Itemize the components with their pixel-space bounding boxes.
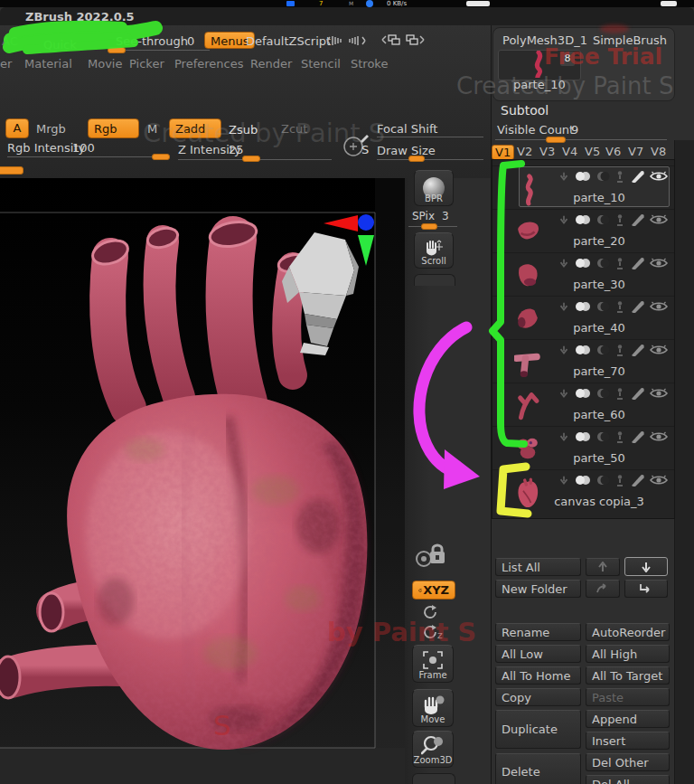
- subtool-tab-v3[interactable]: V3: [539, 145, 555, 158]
- figure-icon[interactable]: [614, 387, 626, 400]
- figure-icon[interactable]: [614, 257, 626, 269]
- subtool-tab-v1[interactable]: V1: [492, 145, 514, 160]
- all-low-button[interactable]: All Low: [495, 645, 581, 663]
- fold-arrow-icon[interactable]: [558, 430, 570, 443]
- subtool-row[interactable]: parte_70: [492, 339, 674, 383]
- fold-arrow-icon[interactable]: [558, 213, 570, 226]
- subtool-name[interactable]: parte_40: [529, 321, 670, 335]
- menu-item-er[interactable]: er: [0, 57, 12, 71]
- subtool-row[interactable]: canvas copia_3: [492, 469, 674, 514]
- figure-icon[interactable]: [614, 170, 626, 183]
- subtool-tab-v4[interactable]: V4: [562, 145, 577, 158]
- quicksave-label[interactable]: Quick: [43, 38, 77, 52]
- figure-icon[interactable]: [614, 430, 626, 443]
- z-rotate-icon[interactable]: [421, 624, 439, 640]
- subtool-name[interactable]: parte_30: [529, 278, 670, 291]
- eye-icon[interactable]: [650, 430, 668, 443]
- brush-name[interactable]: SimpleBrush: [593, 33, 667, 47]
- figure-icon[interactable]: [614, 300, 626, 313]
- rgb-intensity-slider-handle[interactable]: [152, 154, 170, 160]
- see-through-label[interactable]: See-through: [116, 34, 188, 48]
- menu-item-render[interactable]: Render: [250, 57, 292, 71]
- move-button[interactable]: Move: [412, 689, 454, 727]
- subtool-tab-v7[interactable]: V7: [628, 145, 643, 158]
- subtool-name[interactable]: parte_50: [529, 451, 670, 465]
- eye-icon[interactable]: [650, 474, 668, 486]
- del-all-button[interactable]: Del All: [586, 775, 670, 784]
- mrgb-button[interactable]: Mrgb: [36, 122, 66, 136]
- duplicate-button[interactable]: Duplicate: [495, 710, 581, 749]
- move-to-folder-button[interactable]: [586, 580, 620, 598]
- subtool-name[interactable]: parte_20: [529, 234, 670, 248]
- brush-icon[interactable]: [631, 170, 645, 183]
- shelf-button-sliver[interactable]: [414, 274, 455, 286]
- bpr-button[interactable]: BPR: [414, 170, 454, 206]
- frame-button[interactable]: Frame: [412, 645, 454, 683]
- copy-button[interactable]: Copy: [495, 688, 581, 706]
- crescent-icon[interactable]: [596, 474, 610, 486]
- subtool-tab-v5[interactable]: V5: [585, 145, 600, 158]
- m-button[interactable]: M: [147, 122, 157, 136]
- subtool-name[interactable]: parte_70: [529, 364, 670, 378]
- visible-count-slider[interactable]: [495, 139, 667, 140]
- all-to-target-button[interactable]: All To Target: [586, 666, 670, 685]
- exit-folder-button[interactable]: [624, 580, 668, 598]
- eye-icon[interactable]: [650, 213, 668, 226]
- see-through-slider-handle[interactable]: [108, 47, 126, 53]
- crescent-icon[interactable]: [596, 170, 610, 183]
- xyz-rotate-button[interactable]: XYZ: [412, 581, 455, 600]
- draw-size-slider[interactable]: [377, 159, 483, 160]
- layout-switch-icon[interactable]: [380, 32, 427, 48]
- see-through-slider[interactable]: [116, 50, 210, 51]
- move-down-button[interactable]: [624, 557, 668, 576]
- fold-arrow-icon[interactable]: [558, 387, 570, 400]
- figure-icon[interactable]: [614, 474, 626, 486]
- subtool-tab-v2[interactable]: V2: [517, 145, 532, 158]
- zoom3d-button[interactable]: Zoom3D: [412, 731, 454, 768]
- menu-item-stroke[interactable]: Stroke: [351, 57, 388, 71]
- crescent-icon[interactable]: [596, 257, 610, 269]
- menu-item-picker[interactable]: Picker: [129, 57, 164, 71]
- subtool-title[interactable]: Subtool: [501, 103, 549, 118]
- zcut-button[interactable]: Zcut: [281, 122, 307, 136]
- z-intensity-slider-handle[interactable]: [242, 156, 260, 162]
- polypaint-circles-icon[interactable]: [575, 300, 591, 313]
- all-to-home-button[interactable]: All To Home: [495, 666, 581, 685]
- subtool-row[interactable]: parte_30: [492, 252, 674, 297]
- fold-arrow-icon[interactable]: [558, 257, 570, 269]
- subtool-row[interactable]: parte_10: [492, 165, 674, 210]
- figure-icon[interactable]: [614, 344, 626, 356]
- subtool-row[interactable]: parte_20: [492, 209, 674, 253]
- scroll-button[interactable]: Scroll: [414, 232, 454, 269]
- eye-icon[interactable]: [650, 257, 668, 269]
- visible-count-slider-handle[interactable]: [546, 137, 566, 143]
- autoreorder-button[interactable]: AutoReorder: [586, 623, 670, 641]
- shelf-bottom-sliver[interactable]: [412, 773, 455, 784]
- canvas-viewport[interactable]: [0, 178, 405, 784]
- del-other-button[interactable]: Del Other: [586, 753, 670, 771]
- polypaint-circles-icon[interactable]: [575, 474, 591, 486]
- subtool-name[interactable]: parte_10: [529, 191, 670, 204]
- eye-icon[interactable]: [650, 170, 668, 183]
- crescent-icon[interactable]: [596, 344, 610, 356]
- polypaint-circles-icon[interactable]: [575, 430, 591, 443]
- fold-arrow-icon[interactable]: [558, 170, 570, 183]
- zscript-scrubber-icon[interactable]: [325, 33, 369, 48]
- camera-lock-icon[interactable]: [414, 541, 450, 571]
- polypaint-circles-icon[interactable]: [575, 257, 591, 269]
- list-all-button[interactable]: List All: [495, 558, 581, 576]
- rgb-button[interactable]: Rgb: [88, 118, 139, 138]
- brush-icon[interactable]: [631, 300, 645, 313]
- polypaint-circles-icon[interactable]: [575, 344, 591, 356]
- crescent-icon[interactable]: [596, 430, 610, 443]
- brush-icon[interactable]: [631, 474, 645, 486]
- brush-icon[interactable]: [631, 257, 645, 269]
- draw-size-slider-handle[interactable]: [408, 156, 425, 162]
- figure-icon[interactable]: [614, 213, 626, 226]
- rename-button[interactable]: Rename: [495, 623, 581, 641]
- brush-icon[interactable]: [631, 387, 645, 400]
- subtool-name[interactable]: canvas copia_3: [529, 495, 670, 508]
- all-high-button[interactable]: All High: [586, 645, 670, 663]
- eye-icon[interactable]: [650, 387, 668, 400]
- subtool-row[interactable]: parte_40: [492, 296, 674, 340]
